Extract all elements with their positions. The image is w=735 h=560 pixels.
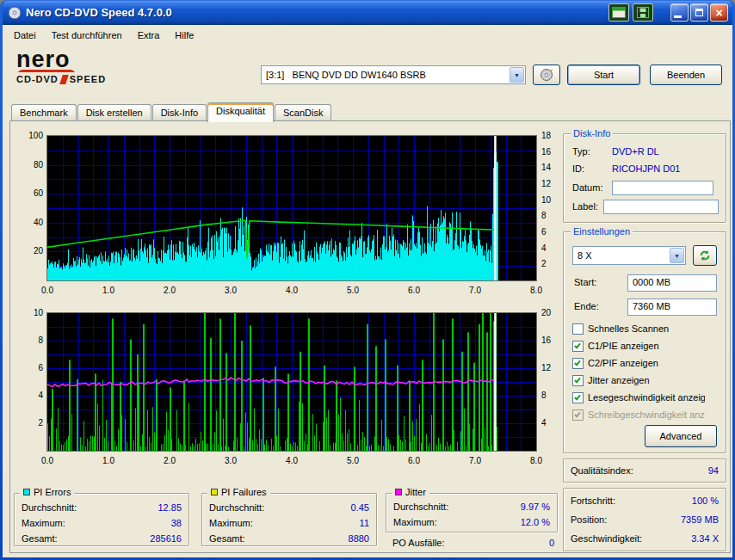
axis-label: 6.0 [404,456,424,465]
quality-index-box: Qualitätsindex: 94 [563,458,726,483]
checkbox-label: Schnelles Scannen [588,323,669,334]
checkbox-label: C1/PIE anzeigen [588,341,659,351]
checkbox-schnelles-scannen[interactable]: Schnelles Scannen [572,322,722,335]
pif-chart-canvas [46,312,537,452]
disk-info-group: Disk-Info Typ:DVD+R DL ID:RICOHJPN D01 D… [563,133,726,223]
progress-value: 100 % [692,495,719,506]
id-value: RICOHJPN D01 [612,163,680,174]
stat-label: Durchschnitt: [393,502,448,512]
checkbox-label: Schreibgeschwindigkeit anzeigen [588,409,705,420]
checkmark-icon [574,410,581,417]
checkbox-c1-pie-anzeigen[interactable]: C1/PIE anzeigen [572,339,722,353]
axis-label: 6.0 [404,286,424,295]
stat-label: Durchschnitt: [22,502,77,513]
checkbox-icon[interactable] [572,392,584,403]
exit-button[interactable]: Beenden [650,65,722,85]
start-mb-field[interactable]: 0000 MB [627,274,717,292]
axis-label: 20 [14,246,43,255]
pi-failures-caption: PI Failures [207,487,270,497]
axis-label: 0.0 [37,286,58,295]
checkbox-icon[interactable] [572,323,584,335]
pi-failures-swatch-icon [211,489,218,495]
start-button[interactable]: Start [567,65,640,85]
save-capture-icon[interactable] [633,3,653,22]
logo-subtitle: CD-DVD SPEED [16,74,145,84]
axis-label: 40 [14,218,43,227]
checkbox-lesegeschwindigkeit[interactable]: Lesegeschwindigkeit anzeigen [572,391,722,404]
checkmark-icon [574,359,581,366]
position-label: Position: [571,514,607,525]
axis-label: 3.0 [220,286,241,295]
close-button[interactable]: × [710,3,728,22]
typ-label: Typ: [572,146,590,157]
axis-label: 7.0 [465,286,485,295]
speed-selector-value: 8 X [573,250,670,261]
checkbox-label: Jitter anzeigen [588,375,650,385]
axis-label: 6 [14,363,43,372]
axis-label: 60 [14,188,43,198]
jitter-statbox: Jitter Durchschnitt:9.97 % Maximum:12.0 … [386,493,558,532]
menu-datei[interactable]: Datei [6,28,44,43]
refresh-button[interactable] [693,245,717,266]
checkbox-icon[interactable] [572,341,584,352]
minimize-button[interactable] [670,3,689,22]
menu-test-durchfuehren[interactable]: Test durchführen [44,28,130,43]
tab-diskqualitaet[interactable]: Diskqualität [207,102,274,122]
axis-label: 4.0 [281,456,302,465]
capture-window-icon[interactable] [608,3,629,22]
menu-extra[interactable]: Extra [130,28,168,43]
drive-selector[interactable]: [3:1] BENQ DVD DD DW1640 BSRB ▼ [261,65,526,84]
logo-speed-icon [59,75,69,84]
checkbox-icon[interactable] [572,375,584,386]
maximize-button[interactable] [690,3,708,22]
position-value: 7359 MB [681,514,719,525]
stat-label: Gesamt: [209,533,245,544]
label-field[interactable] [603,200,719,214]
progress-label: Fortschritt: [571,495,615,506]
checkbox-c2-pif-anzeigen[interactable]: C2/PIF anzeigen [572,356,722,370]
axis-label: 8.0 [526,286,547,295]
stat-value: 12.0 % [521,517,550,527]
axis-label: 12 [541,363,560,372]
po-failures-label: PO Ausfälle: [392,538,445,548]
pi-errors-statbox: PI Errors Durchschnitt:12.85 Maximum:38 … [14,493,189,546]
drive-selector-value: [3:1] BENQ DVD DD DW1640 BSRB [262,70,510,80]
nero-logo: nero CD-DVD SPEED [16,48,145,84]
menu-hilfe[interactable]: Hilfe [167,28,201,43]
ende-mb-field[interactable]: 7360 MB [627,298,717,316]
axis-label: 14 [541,163,560,172]
checkbox-jitter-anzeigen[interactable]: Jitter anzeigen [572,373,722,387]
tab-benchmark[interactable]: Benchmark [11,104,77,121]
axis-label: 1.0 [98,456,119,465]
main-panel: 10080604020181614121086420.01.02.03.04.0… [9,120,731,553]
eject-disc-button[interactable] [533,65,560,85]
tab-scandisk[interactable]: ScanDisk [275,104,331,121]
stat-value: 11 [360,518,369,528]
axis-label: 5.0 [343,456,363,465]
stat-value: 38 [171,518,182,528]
checkbox-icon [572,409,584,421]
checkmark-icon [574,342,581,348]
tab-disk-erstellen[interactable]: Disk erstellen [77,104,151,121]
stat-value: 8880 [349,533,369,544]
tab-disk-info[interactable]: Disk-Info [152,104,207,121]
speed-value: 3.34 X [691,533,719,544]
dropdown-arrow-icon[interactable]: ▼ [510,67,524,83]
dropdown-arrow-icon[interactable]: ▼ [670,248,684,263]
axis-label: 80 [14,160,43,169]
axis-label: 8 [14,335,43,345]
axis-label: 20 [541,308,560,317]
jitter-swatch-icon [395,489,402,495]
titlebar[interactable]: Nero CD-DVD Speed 4.7.0.0 × [3,0,732,25]
datum-field[interactable] [612,181,713,195]
logo-speed-text: SPEED [70,74,106,84]
checkbox-icon[interactable] [572,358,584,369]
axis-label: 4 [541,418,560,428]
disc-icon [539,68,554,82]
advanced-button[interactable]: Advanced [645,425,717,447]
quality-index-value: 94 [708,465,719,476]
stat-value: 9.97 % [521,502,550,512]
speed-selector[interactable]: 8 X ▼ [572,246,686,265]
speed-label: Geschwindigkeit: [571,533,642,544]
axis-label: 2.0 [159,286,180,295]
